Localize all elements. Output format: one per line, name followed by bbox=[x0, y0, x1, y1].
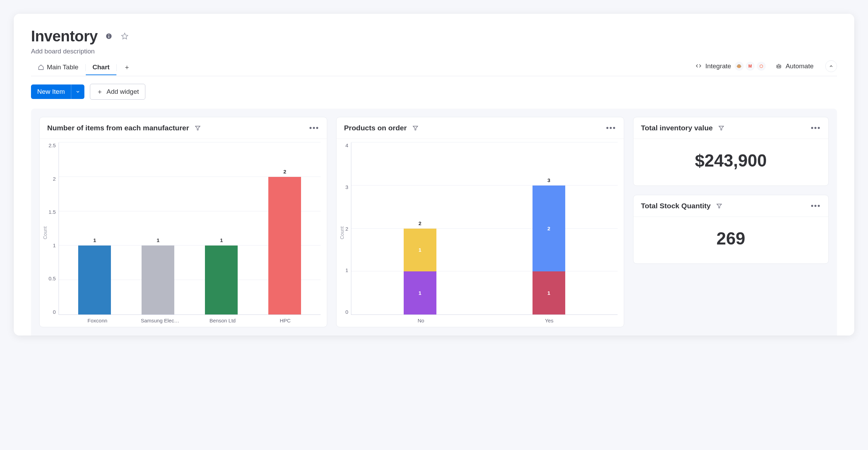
actions-row: New Item ＋ Add widget bbox=[31, 76, 837, 109]
mailchimp-icon: 🐵 bbox=[735, 62, 744, 71]
widget-menu-button[interactable]: ••• bbox=[811, 123, 821, 132]
y-axis: 43210 bbox=[345, 142, 351, 315]
widget-title: Number of items from each manufacturer bbox=[47, 124, 189, 132]
bar[interactable]: 123 bbox=[533, 186, 565, 314]
new-item-button[interactable]: New Item bbox=[31, 84, 84, 99]
bar-segment: 1 bbox=[533, 271, 565, 314]
widget-total-stock-quantity: Total Stock Quantity ••• 269 bbox=[633, 195, 829, 264]
bar-segment bbox=[268, 177, 301, 314]
plot-area: 112123 bbox=[351, 142, 617, 315]
integrate-label: Integrate bbox=[705, 62, 731, 70]
x-axis: NoYes bbox=[353, 315, 618, 323]
widget-title: Products on order bbox=[344, 124, 407, 132]
bar-total-label: 1 bbox=[142, 237, 174, 243]
widget-total-inventory-value: Total inventory value ••• $243,900 bbox=[633, 117, 829, 186]
bar-segment: 1 bbox=[404, 229, 436, 272]
board-title: Inventory bbox=[31, 28, 98, 45]
plot-area: 1112 bbox=[59, 142, 321, 315]
chevron-down-icon bbox=[75, 89, 80, 94]
right-column: Total inventory value ••• $243,900 Total… bbox=[633, 117, 829, 327]
board-description[interactable]: Add board description bbox=[31, 48, 837, 55]
tab-add[interactable]: ＋ bbox=[117, 59, 137, 76]
widget-title: Total Stock Quantity bbox=[641, 202, 711, 210]
tab-label: Chart bbox=[93, 63, 110, 71]
svg-rect-1 bbox=[108, 36, 109, 38]
add-widget-button[interactable]: ＋ Add widget bbox=[90, 84, 145, 100]
chart-manufacturers: Count2.521.510.501112FoxconnSamsung Elec… bbox=[40, 139, 327, 327]
bar-segment bbox=[205, 246, 238, 314]
integrate-button[interactable]: Integrate 🐵 M ⬡ bbox=[695, 62, 766, 71]
bar-segment: 2 bbox=[533, 186, 565, 272]
bar[interactable]: 1 bbox=[142, 246, 174, 314]
tab-chart[interactable]: Chart bbox=[86, 60, 117, 75]
integrate-icon bbox=[695, 63, 702, 70]
widget-products-on-order: Products on order ••• Count43210112123No… bbox=[336, 117, 624, 327]
bar-segment: 1 bbox=[404, 271, 436, 314]
chart-orders: Count43210112123NoYes bbox=[337, 139, 624, 327]
board-header: Inventory Add board description bbox=[31, 28, 837, 55]
total-stock-quantity: 269 bbox=[633, 217, 828, 263]
bar-total-label: 1 bbox=[78, 237, 111, 243]
y-axis-label: Count bbox=[42, 142, 49, 323]
bar-total-label: 1 bbox=[205, 237, 238, 243]
bar[interactable]: 1 bbox=[78, 246, 111, 314]
board-card: Inventory Add board description Main Tab… bbox=[14, 14, 854, 336]
new-item-caret[interactable] bbox=[71, 84, 84, 99]
widget-menu-button[interactable]: ••• bbox=[811, 201, 821, 210]
widget-manufacturers: Number of items from each manufacturer •… bbox=[39, 117, 327, 327]
filter-icon[interactable] bbox=[412, 125, 418, 131]
plus-icon: ＋ bbox=[96, 87, 103, 96]
svg-marker-7 bbox=[195, 126, 200, 130]
bar-segment bbox=[142, 246, 174, 314]
filter-icon[interactable] bbox=[716, 203, 722, 209]
svg-marker-9 bbox=[719, 126, 724, 130]
svg-point-5 bbox=[777, 66, 778, 67]
filter-icon[interactable] bbox=[195, 125, 201, 131]
filter-icon[interactable] bbox=[718, 125, 724, 131]
gmail-icon: M bbox=[746, 62, 755, 71]
star-icon[interactable] bbox=[120, 31, 130, 41]
plus-icon: ＋ bbox=[124, 63, 130, 72]
add-widget-label: Add widget bbox=[106, 88, 139, 96]
bar-total-label: 2 bbox=[404, 220, 436, 226]
automate-button[interactable]: Automate bbox=[775, 62, 814, 70]
svg-point-2 bbox=[108, 34, 109, 36]
y-axis-label: Count bbox=[339, 142, 345, 323]
x-axis: FoxconnSamsung Elec…Benson LtdHPC bbox=[62, 315, 321, 323]
new-item-label: New Item bbox=[31, 84, 71, 99]
bar[interactable]: 112 bbox=[404, 229, 436, 315]
widget-menu-button[interactable]: ••• bbox=[309, 123, 319, 132]
robot-icon bbox=[775, 63, 782, 70]
bar-segment bbox=[78, 246, 111, 314]
svg-marker-8 bbox=[413, 126, 418, 130]
svg-point-6 bbox=[779, 66, 780, 67]
tab-main-table[interactable]: Main Table bbox=[31, 60, 85, 75]
y-axis: 2.521.510.50 bbox=[49, 142, 59, 315]
widget-title: Total inventory value bbox=[641, 124, 713, 132]
integration-logos: 🐵 M ⬡ bbox=[735, 62, 766, 71]
info-icon[interactable] bbox=[104, 31, 114, 41]
tabs-bar: Main Table Chart ＋ Integrate 🐵 M ⬡ bbox=[31, 59, 837, 76]
hubspot-icon: ⬡ bbox=[757, 62, 766, 71]
bar-total-label: 2 bbox=[268, 169, 301, 174]
bar-total-label: 3 bbox=[533, 177, 565, 183]
tab-label: Main Table bbox=[47, 63, 79, 71]
chevron-up-icon bbox=[829, 64, 834, 69]
svg-marker-10 bbox=[717, 204, 722, 208]
dashboard-area: Number of items from each manufacturer •… bbox=[31, 109, 837, 336]
collapse-header-button[interactable] bbox=[825, 60, 837, 72]
home-icon bbox=[38, 64, 44, 70]
bar[interactable]: 1 bbox=[205, 246, 238, 314]
widget-menu-button[interactable]: ••• bbox=[606, 123, 616, 132]
svg-marker-3 bbox=[122, 33, 128, 39]
bar[interactable]: 2 bbox=[268, 177, 301, 314]
automate-label: Automate bbox=[786, 62, 814, 70]
total-inventory-value: $243,900 bbox=[633, 139, 828, 186]
